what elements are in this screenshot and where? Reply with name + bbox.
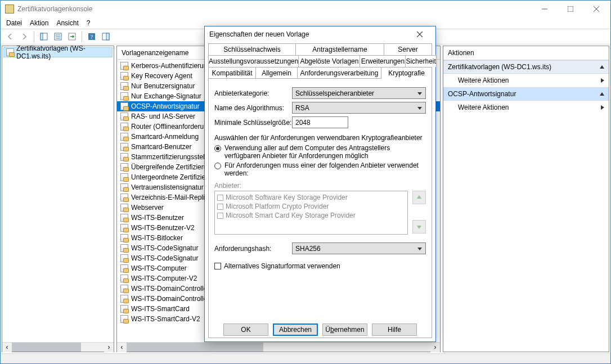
tree-item-label: Zertifikatvorlagen (WS-DC1.ws.its) (16, 44, 110, 60)
collapse-icon (600, 65, 604, 69)
dialog-title: Eigenschaften der neuen Vorlage (209, 30, 309, 38)
cert-template-icon (120, 214, 128, 222)
tab-request-handling[interactable]: Anforderungsverarbeitung (297, 67, 381, 79)
actions-more-1[interactable]: Weitere Aktionen (443, 74, 609, 87)
cert-template-icon (120, 264, 128, 272)
providers-listbox: Microsoft Software Key Storage Provider … (214, 191, 408, 235)
tree-item-templates[interactable]: Zertifikatvorlagen (WS-DC1.ws.its) (3, 47, 113, 57)
list-header-label: Vorlagenanzeigename (122, 49, 188, 57)
menu-file[interactable]: Datei (6, 19, 22, 27)
list-item-label: WS-ITS-DomainController (131, 285, 209, 293)
collapse-icon (600, 92, 604, 96)
list-item-label: Webserver (131, 204, 164, 212)
cert-template-icon (120, 204, 128, 212)
actions-title: Aktionen (443, 46, 609, 60)
list-item-label: Vertrauenslistensignatur (131, 183, 204, 191)
cert-template-icon (120, 113, 128, 120)
apply-button[interactable]: Übernehmen (322, 323, 367, 336)
main-window: Zertifikatvorlagenkonsole Datei Aktion A… (0, 0, 611, 364)
svg-text:?: ? (91, 34, 93, 40)
tab-server[interactable]: Server (384, 43, 432, 55)
help-button[interactable]: Hilfe (372, 323, 417, 336)
actions-group-ocsp[interactable]: OCSP-Antwortsignatur (443, 87, 609, 101)
window-title: Zertifikatvorlagenkonsole (17, 5, 532, 13)
hash-select[interactable]: SHA256 (292, 242, 426, 254)
tab-extensions[interactable]: Erweiterungen (360, 55, 406, 67)
cert-template-icon (120, 305, 128, 313)
tree-h-scrollbar[interactable]: ‹› (2, 342, 114, 352)
cert-template-icon (6, 48, 14, 56)
radio-specific-providers[interactable]: Für Anforderungen muss einer der folgend… (214, 161, 426, 177)
provider-item[interactable]: Microsoft Smart Card Key Storage Provide… (217, 211, 405, 220)
actions-more-label: Weitere Aktionen (458, 104, 509, 111)
radio-label: Für Anforderungen muss einer der folgend… (224, 161, 426, 177)
list-item-label: WS-ITS-SmartCard-V2 (131, 315, 200, 323)
provider-category-label: Anbieterkategorie: (214, 89, 292, 97)
actions-group-templates[interactable]: Zertifikatvorlagen (WS-DC1.ws.its) (443, 60, 609, 74)
toolbar-btn-3[interactable] (66, 30, 78, 43)
dialog-close-button[interactable] (408, 27, 431, 42)
tab-security[interactable]: Sicherheit (405, 55, 436, 67)
statusbar (1, 353, 610, 363)
cert-template-icon (120, 163, 128, 171)
cert-template-icon (120, 234, 128, 242)
nav-back-button[interactable] (4, 30, 16, 43)
provider-item[interactable]: Microsoft Software Key Storage Provider (217, 193, 405, 202)
dialog-buttons: OK Abbrechen Übernehmen Hilfe (205, 323, 435, 336)
keysize-input[interactable]: 2048 (292, 116, 348, 128)
hash-label: Anforderungshash: (214, 245, 292, 253)
alt-signature-checkbox[interactable]: Alternatives Signaturformat verwenden (214, 262, 426, 270)
cert-template-icon (120, 92, 128, 100)
tab-cryptography[interactable]: Kryptografie (381, 67, 432, 79)
cert-template-icon (120, 133, 128, 141)
tab-compat[interactable]: Kompatibilität (208, 67, 256, 79)
algorithm-select[interactable]: RSA (292, 102, 426, 114)
cert-template-icon (120, 183, 128, 191)
list-item-label: WS-ITS-Benutzer (131, 214, 184, 222)
titlebar: Zertifikatvorlagenkonsole (1, 1, 610, 17)
tree-pane: Zertifikatvorlagen (WS-DC1.ws.its) ‹› (2, 46, 114, 352)
cert-template-icon (120, 254, 128, 262)
radio-icon (214, 163, 221, 169)
provider-item[interactable]: Microsoft Platform Crypto Provider (217, 202, 405, 211)
cert-template-icon (120, 143, 128, 151)
tab-key-attestation[interactable]: Schlüsselnachweis (208, 43, 296, 55)
providers-list-label: Anbieter: (214, 182, 426, 190)
cert-template-icon (120, 82, 128, 90)
move-up-button[interactable] (412, 191, 426, 204)
toolbar-btn-2[interactable] (52, 30, 64, 43)
tab-general[interactable]: Allgemein (255, 67, 298, 79)
close-button[interactable] (583, 1, 609, 17)
nav-forward-button[interactable] (18, 30, 30, 43)
checkbox-icon (214, 263, 221, 269)
tab-subject-name[interactable]: Antragstellername (295, 43, 384, 55)
cancel-button[interactable]: Abbrechen (273, 323, 318, 336)
list-h-scrollbar[interactable]: ‹› (117, 342, 440, 352)
list-item-label: Router (Offlineanforderung) (131, 123, 214, 131)
menu-action[interactable]: Aktion (30, 19, 48, 27)
actions-pane: Aktionen Zertifikatvorlagen (WS-DC1.ws.i… (443, 46, 609, 352)
actions-more-label: Weitere Aktionen (458, 77, 509, 84)
cert-template-icon (120, 295, 128, 303)
maximize-button[interactable] (558, 1, 583, 17)
cert-template-icon (120, 72, 128, 80)
toolbar-btn-5[interactable] (100, 30, 112, 43)
toolbar-btn-1[interactable] (38, 30, 50, 43)
keysize-label: Minimale Schlüsselgröße: (214, 119, 292, 127)
menu-view[interactable]: Ansicht (56, 19, 78, 27)
list-item-label: WS-ITS-Computer (131, 264, 187, 272)
tab-issuance-req[interactable]: Ausstellungsvoraussetzungen (208, 55, 299, 67)
move-down-button[interactable] (412, 220, 426, 233)
ok-button[interactable]: OK (223, 323, 268, 336)
actions-more-2[interactable]: Weitere Aktionen (443, 101, 609, 114)
provider-category-select[interactable]: Schlüsselspeicheranbieter (292, 87, 426, 99)
minimize-button[interactable] (532, 1, 558, 17)
toolbar-help-button[interactable]: ? (86, 30, 98, 43)
tab-superseded[interactable]: Abgelöste Vorlagen (298, 55, 360, 67)
radio-all-providers[interactable]: Verwendung aller auf dem Computer des An… (214, 144, 426, 160)
tab-panel-cryptography: Anbieterkategorie: Schlüsselspeicheranbi… (208, 78, 432, 338)
radio-label: Verwendung aller auf dem Computer des An… (224, 144, 426, 160)
checkbox-icon (217, 195, 223, 201)
menu-help[interactable]: ? (87, 19, 91, 27)
list-item-label: WS-ITS-CodeSignatur (131, 244, 198, 252)
